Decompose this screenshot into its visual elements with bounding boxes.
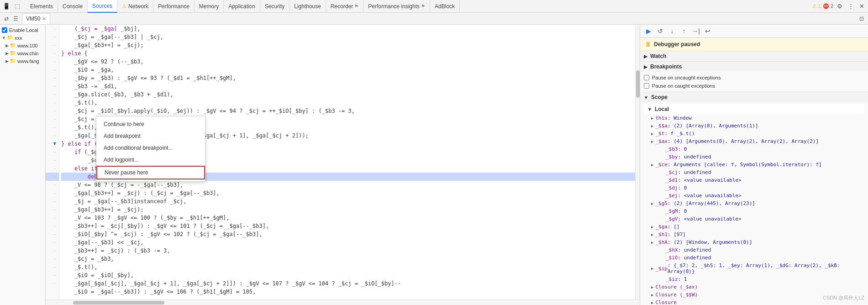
- debugger-paused-banner: ⏸ Debugger paused: [640, 38, 868, 51]
- scope-sce[interactable]: ▶ _$ce : Arguments [callee: f, Symbol(Sy…: [644, 161, 864, 168]
- scope-sip[interactable]: ▶ _$ip : {_$7: 2, _$hS: 1, _$ey: Array(1…: [644, 262, 864, 275]
- ln-16: –: [46, 148, 59, 156]
- section-scope-header[interactable]: ▼ Scope: [640, 92, 868, 102]
- tab-network[interactable]: ⚠Network: [117, 0, 153, 13]
- local-header[interactable]: ▼ Local: [644, 104, 864, 114]
- pause-caught-checkbox[interactable]: [644, 83, 649, 89]
- scope-this[interactable]: ▶ this : Window: [644, 114, 864, 122]
- exp-icon: ⚑: [354, 4, 358, 9]
- code-line-10: _$.t(),: [61, 99, 635, 107]
- devtools-toolbar: 📱 ⬚ Elements Console Sources ⚠Network Pe…: [0, 0, 868, 13]
- scope-sio: _$iO : undefined: [644, 254, 864, 262]
- ln-12: –: [46, 115, 59, 123]
- scope-sdj: _$dj : 0: [644, 184, 864, 192]
- right-panel: ▶ ↺ ↓ ↑ →| ↩ ⏸ Debugger paused ▶ Watch: [640, 25, 868, 305]
- debugger-paused-label: Debugger paused: [654, 41, 700, 47]
- horizontal-scrollbar[interactable]: [46, 300, 640, 305]
- local-arrow: ▼: [647, 107, 652, 112]
- tree-item-wwwfang[interactable]: ▶ 📁 www.fang: [0, 57, 45, 65]
- pause-uncaught-row: Pause on uncaught exceptions: [644, 74, 864, 82]
- code-line-1: (_$cj = _$ga[ _$bj],: [61, 25, 635, 33]
- h-scrollbar-thumb[interactable]: [73, 301, 164, 305]
- scrollbar-thumb[interactable]: [636, 70, 640, 98]
- more-icon[interactable]: ⋮: [846, 2, 855, 11]
- expand-arrow-www100: ▶: [5, 43, 9, 48]
- close-tab-icon[interactable]: ✕: [42, 16, 46, 22]
- tree-item-www100[interactable]: ▶ 📁 www.100: [0, 42, 45, 49]
- ctx-continue-to-here[interactable]: Continue to here: [96, 118, 205, 130]
- ln-19: –: [46, 173, 59, 181]
- collapse-icon[interactable]: ⊡: [857, 14, 866, 23]
- tab-adblock[interactable]: AdBlock: [430, 0, 460, 13]
- scope-label: Scope: [651, 94, 668, 100]
- watch-label: Watch: [650, 53, 667, 59]
- ln-15: ▼: [46, 140, 59, 148]
- tab-console[interactable]: Console: [58, 0, 88, 13]
- ln-27: –: [46, 238, 59, 247]
- tab-performance[interactable]: Performance: [153, 0, 195, 13]
- scope-sax[interactable]: ▶ _$ax : (4) [Arguments(0), Array(2), Ar…: [644, 137, 864, 145]
- ln-26: –: [46, 230, 59, 238]
- step-out-icon[interactable]: ↑: [679, 26, 689, 36]
- tab-performance-insights[interactable]: Performance insights⚑: [363, 0, 430, 13]
- code-line-21: _$ga[_$b3++] = _$cj) : (_$cj = _$ga[--_$…: [61, 189, 635, 197]
- inspect-icon[interactable]: ⬚: [13, 2, 22, 11]
- code-line-31: _$iO = _$iO[_$by],: [61, 271, 635, 279]
- tree-item-xxx[interactable]: ▼ 📁 xxx: [0, 34, 45, 42]
- section-breakpoints-header[interactable]: ▶ Breakpoints: [640, 62, 868, 72]
- enable-local-toggle[interactable]: Enable Local: [0, 26, 45, 34]
- tab-recorder[interactable]: Recorder⚑: [326, 0, 363, 13]
- code-line-32: _$ga[_$ga[_$cj], _$ga[_$cj + 1], _$ga[_$…: [61, 279, 635, 288]
- ctx-add-logpoint[interactable]: Add logpoint...: [96, 154, 205, 166]
- vertical-scrollbar[interactable]: [635, 25, 640, 300]
- scope-sha[interactable]: ▶ _$hA : (2) [Window, Arguments(0)]: [644, 238, 864, 246]
- menu-icon[interactable]: ☰: [11, 14, 20, 23]
- section-breakpoints: ▶ Breakpoints Pause on uncaught exceptio…: [640, 62, 868, 92]
- exp-icon2: ⚑: [421, 4, 425, 9]
- scope-sga[interactable]: ▶ _$ga : []: [644, 223, 864, 231]
- tab-elements[interactable]: Elements: [26, 0, 58, 13]
- code-line-29: _$cj = _$b3,: [61, 255, 635, 263]
- enable-local-checkbox[interactable]: [2, 27, 7, 33]
- expand-arrow-wwwchin: ▶: [5, 51, 9, 56]
- toggle-sidebar-icon[interactable]: ⇄: [2, 14, 11, 23]
- file-tab-vm50[interactable]: VM50 ✕: [22, 13, 50, 24]
- ln-6: –: [46, 66, 59, 74]
- ln-8: –: [46, 82, 59, 90]
- code-line-6: _$iO = _$ga,: [61, 66, 635, 74]
- step-into-icon[interactable]: ↓: [668, 26, 677, 36]
- ctx-never-pause-here[interactable]: Never pause here: [96, 166, 205, 179]
- tree-item-wwwchin[interactable]: ▶ 📁 www.chin: [0, 49, 45, 57]
- scope-ssa[interactable]: ▶ _$$a : (2) [Array(0), Arguments(1)]: [644, 122, 864, 130]
- toolbar-icons-left: 📱 ⬚: [2, 2, 22, 11]
- step-over-icon[interactable]: ↺: [656, 26, 665, 36]
- tab-lighthouse[interactable]: Lighthouse: [289, 0, 326, 13]
- scope-sh1[interactable]: ▶ _$h1 : [97]: [644, 231, 864, 238]
- deactivate-icon[interactable]: ↩: [703, 26, 712, 36]
- ctx-add-conditional-breakpoint[interactable]: Add conditional breakpoint...: [96, 142, 205, 154]
- tab-memory[interactable]: Memory: [195, 0, 224, 13]
- toolbar-right: ⚠ 1 ⛔ 2 ⚙ ⋮ ✕: [812, 2, 866, 11]
- scope-st[interactable]: ▶ _$t : f _$.t(): [644, 130, 864, 137]
- ln-25: –: [46, 222, 59, 230]
- section-watch-header[interactable]: ▶ Watch: [640, 51, 868, 61]
- ln-18: –: [46, 164, 59, 173]
- warn-icon: ⚠: [122, 3, 126, 9]
- step-icon[interactable]: →|: [691, 26, 700, 36]
- ln-7: –: [46, 74, 59, 82]
- tab-security[interactable]: Security: [260, 0, 289, 13]
- ln-2: –: [46, 33, 59, 41]
- settings-icon[interactable]: ⚙: [835, 2, 844, 11]
- code-line-3: _$ga[_$b3++] = _$cj);: [61, 41, 635, 49]
- mobile-icon[interactable]: 📱: [2, 2, 11, 11]
- resume-icon[interactable]: ▶: [644, 26, 653, 36]
- ln-4: –: [46, 49, 59, 58]
- close-icon[interactable]: ✕: [857, 2, 866, 11]
- pause-icon: ⏸: [645, 41, 651, 48]
- tab-application[interactable]: Application: [224, 0, 260, 13]
- pause-uncaught-checkbox[interactable]: [644, 75, 649, 80]
- tab-sources[interactable]: Sources: [88, 0, 117, 13]
- scope-sg5[interactable]: ▶ _$g5 : (2) [Array(445), Array(23)]: [644, 200, 864, 207]
- ctx-add-breakpoint[interactable]: Add breakpoint: [96, 130, 205, 142]
- scope-closure-sax[interactable]: ▶ Closure (_$ax): [644, 283, 864, 291]
